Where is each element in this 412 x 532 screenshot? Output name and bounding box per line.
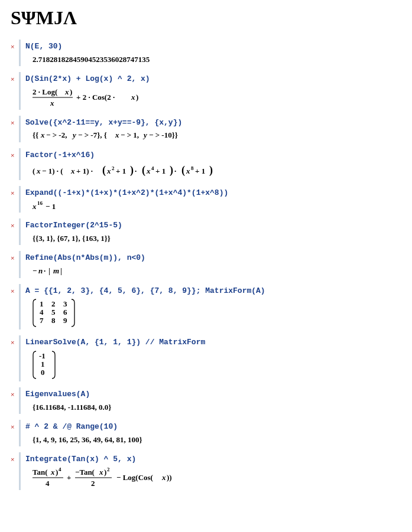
cell-output: (x − 1) · (x + 1) · (x2 + 1) · (x4 + 1) …: [33, 163, 401, 178]
svg-text:x: x: [70, 167, 75, 175]
svg-text:-1: -1: [39, 351, 46, 360]
cell-output: 2.71828182845904523536028747135: [33, 54, 401, 65]
cell-output: {1, 4, 9, 16, 25, 36, 49, 64, 81, 100}: [33, 435, 401, 445]
close-icon[interactable]: ×: [11, 284, 19, 295]
svg-text:4: 4: [46, 479, 50, 488]
svg-text:x: x: [186, 167, 190, 175]
cell-output: −n· | m |: [33, 266, 401, 276]
svg-text:− > -7}, {: − > -7}, {: [78, 130, 107, 139]
svg-text:+: +: [67, 473, 71, 482]
svg-text:− > -10}}: − > -10}}: [149, 130, 178, 139]
svg-text:): ): [104, 468, 106, 476]
cell-input[interactable]: Integrate(Tan(x) ^ 5, x): [25, 454, 401, 465]
cell-input[interactable]: N(E, 30): [25, 41, 401, 52]
svg-text:y: y: [72, 130, 76, 139]
svg-text:n: n: [38, 266, 43, 275]
svg-text:x: x: [33, 202, 37, 211]
svg-text:)): )): [167, 473, 172, 482]
cell-input[interactable]: Expand((-1+x)*(1+x)*(1+x^2)*(1+x^4)*(1+x…: [25, 188, 401, 198]
svg-text:4: 4: [151, 165, 154, 171]
svg-text:x: x: [40, 130, 45, 139]
cells-container: ×N(E, 30)2.71828182845904523536028747135…: [11, 40, 401, 490]
cell-output: x16 − 1: [33, 200, 401, 211]
svg-text:x: x: [106, 167, 111, 175]
svg-text:·: ·: [44, 266, 46, 275]
cell-output: {{3, 1}, {67, 1}, {163, 1}}: [33, 233, 401, 244]
svg-text:3: 3: [63, 299, 67, 308]
cell: ×FactorInteger(2^15-5){{3, 1}, {67, 1}, …: [11, 218, 401, 245]
close-icon[interactable]: ×: [11, 116, 19, 126]
cell: ×N(E, 30)2.71828182845904523536028747135: [11, 40, 401, 66]
svg-text:(: (: [181, 164, 185, 177]
cell-input[interactable]: Eigenvalues(A): [25, 389, 401, 400]
svg-text:m: m: [53, 266, 59, 275]
svg-text:8: 8: [191, 165, 194, 171]
cell-output: 123 456 789: [33, 298, 401, 328]
cell-body: Integrate(Tan(x) ^ 5, x) Tan(x)4 4 + −Ta…: [19, 452, 401, 490]
svg-text:7: 7: [40, 316, 44, 325]
svg-text:2 · Log(: 2 · Log(: [33, 87, 57, 96]
cell-input[interactable]: FactorInteger(2^15-5): [25, 220, 401, 231]
svg-text:+ 1) ·: + 1) ·: [76, 167, 93, 175]
cell-input[interactable]: # ^ 2 & /@ Range(10): [25, 422, 401, 432]
close-icon[interactable]: ×: [11, 420, 19, 430]
svg-text:− > -2,: − > -2,: [46, 130, 67, 139]
svg-text:x: x: [50, 468, 55, 476]
svg-text:x: x: [131, 93, 135, 102]
svg-text:(: (: [142, 164, 145, 177]
svg-text:1: 1: [40, 299, 44, 308]
cell-output: 2 · Log(x) x + 2 · Cos(2 · x): [33, 87, 401, 108]
cell: ×A = {{1, 2, 3}, {4, 5, 6}, {7, 8, 9}}; …: [11, 284, 401, 330]
svg-text:9: 9: [63, 316, 67, 325]
svg-text:x: x: [50, 99, 54, 107]
cell: ×Expand((-1+x)*(1+x)*(1+x^2)*(1+x^4)*(1+…: [11, 186, 401, 213]
svg-text:0: 0: [41, 368, 45, 377]
close-icon[interactable]: ×: [11, 335, 19, 346]
svg-text:+ 1: + 1: [195, 167, 205, 175]
svg-text:y: y: [142, 130, 147, 139]
cell-output: {16.11684, -1.11684, 0.0}: [33, 402, 401, 413]
cell-output: Tan(x)4 4 + −Tan(x)2 2 − Log(Cos(x)): [33, 467, 401, 488]
cell-body: Eigenvalues(A){16.11684, -1.11684, 0.0}: [19, 387, 401, 414]
close-icon[interactable]: ×: [11, 218, 19, 229]
close-icon[interactable]: ×: [11, 251, 19, 262]
svg-text:5: 5: [51, 308, 56, 316]
cell: ×# ^ 2 & /@ Range(10){1, 4, 9, 16, 25, 3…: [11, 420, 401, 446]
svg-text:): ): [130, 164, 134, 177]
cell: ×Integrate(Tan(x) ^ 5, x) Tan(x)4 4 + −T…: [11, 452, 401, 490]
cell: ×Eigenvalues(A){16.11684, -1.11684, 0.0}: [11, 387, 401, 414]
cell-input[interactable]: Factor(-1+x^16): [25, 150, 401, 161]
svg-text:+ 2 · Cos(2 ·: + 2 · Cos(2 ·: [76, 93, 115, 102]
svg-text:2: 2: [91, 479, 95, 488]
cell-body: Factor(-1+x^16) (x − 1) · (x + 1) · (x2 …: [19, 148, 401, 180]
cell-input[interactable]: D(Sin(2*x) + Log(x) ^ 2, x): [25, 74, 401, 84]
svg-text:2: 2: [51, 299, 56, 308]
svg-text:·: ·: [174, 167, 176, 175]
close-icon[interactable]: ×: [11, 452, 19, 463]
cell-input[interactable]: Solve({x^2-11==y, x+y==-9}, {x,y}): [25, 118, 401, 128]
cell-input[interactable]: A = {{1, 2, 3}, {4, 5, 6}, {7, 8, 9}}; M…: [25, 286, 401, 296]
svg-text:x: x: [115, 130, 119, 139]
close-icon[interactable]: ×: [11, 40, 19, 50]
svg-text:|: |: [48, 266, 50, 275]
svg-text:− Log(Cos(: − Log(Cos(: [116, 473, 153, 482]
close-icon[interactable]: ×: [11, 186, 19, 197]
cell: ×D(Sin(2*x) + Log(x) ^ 2, x) 2 · Log(x) …: [11, 72, 401, 110]
close-icon[interactable]: ×: [11, 387, 19, 398]
svg-text:16: 16: [37, 200, 43, 206]
cell-body: Expand((-1+x)*(1+x)*(1+x^2)*(1+x^4)*(1+x…: [19, 186, 401, 213]
cell-body: Solve({x^2-11==y, x+y==-9}, {x,y}) {{ x …: [19, 116, 401, 143]
cell: ×Factor(-1+x^16) (x − 1) · (x + 1) · (x2…: [11, 148, 401, 180]
svg-text:): ): [136, 93, 138, 102]
svg-text:): ): [209, 164, 213, 177]
cell-input[interactable]: LinearSolve(A, {1, 1, 1}) // MatrixForm: [25, 337, 401, 348]
close-icon[interactable]: ×: [11, 72, 19, 83]
cell: ×LinearSolve(A, {1, 1, 1}) // MatrixForm…: [11, 335, 401, 381]
cell-input[interactable]: Refine(Abs(n*Abs(m)), n<0): [25, 253, 401, 263]
cell-output: {{ x − > -2, y − > -7}, { x − > 1, y − >…: [33, 130, 401, 141]
svg-text:Tan(: Tan(: [33, 468, 48, 476]
svg-text:2: 2: [112, 165, 115, 171]
svg-text:(: (: [33, 167, 35, 175]
cell-body: FactorInteger(2^15-5){{3, 1}, {67, 1}, {…: [19, 218, 401, 245]
close-icon[interactable]: ×: [11, 148, 19, 159]
